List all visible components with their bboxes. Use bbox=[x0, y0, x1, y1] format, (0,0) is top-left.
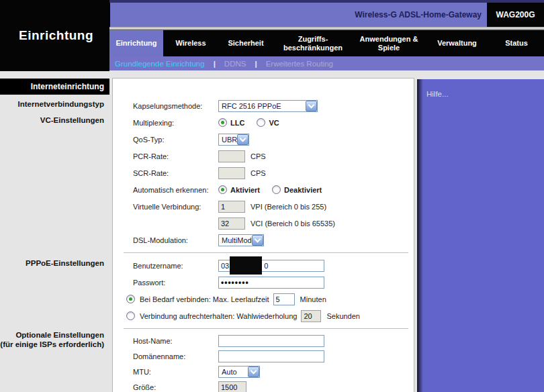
vpi-row: Virtuelle Verbindung: VPI (Bereich 0 bis… bbox=[133, 198, 410, 215]
dsl-modulation-row: DSL-Modulation: MultiMode bbox=[133, 232, 410, 248]
domain-label: Domänenname: bbox=[133, 352, 218, 360]
help-link: Hilfe... bbox=[426, 90, 449, 98]
help-panel-shadow bbox=[417, 79, 423, 392]
password-label: Passwort: bbox=[133, 279, 218, 287]
size-input[interactable] bbox=[218, 381, 246, 392]
pcr-row: PCR-Rate: CPS bbox=[133, 148, 410, 164]
hostname-row: Host-Name: bbox=[133, 333, 410, 348]
section-divider bbox=[124, 252, 408, 253]
username-value-end: 0 bbox=[264, 262, 268, 270]
tab-einrichtung[interactable]: Einrichtung bbox=[109, 30, 163, 56]
vpi-range-hint: VPI (Bereich 0 bis 255) bbox=[251, 203, 326, 211]
section-divider bbox=[124, 328, 408, 329]
chevron-down-icon bbox=[248, 366, 259, 377]
help-panel: Hilfe... bbox=[417, 79, 544, 392]
chevron-down-icon bbox=[252, 235, 263, 246]
mtu-select[interactable]: Auto bbox=[218, 366, 260, 378]
password-row: Passwort: bbox=[133, 274, 410, 291]
vci-input[interactable] bbox=[218, 217, 245, 230]
model-badge: WAG200G bbox=[487, 3, 544, 27]
keep-alive-row: Verbindung aufrechterhalten: Wahlwiederh… bbox=[126, 307, 410, 324]
subnav-separator: | bbox=[255, 60, 257, 68]
sidebar-label-pppoe-einstellungen: PPPoE-Einstellungen bbox=[0, 258, 109, 268]
subnav-separator: | bbox=[214, 60, 216, 68]
tab-zugriffsbeschraenkungen[interactable]: Zugriffs- beschränkungen bbox=[273, 30, 353, 56]
hostname-label: Host-Name: bbox=[133, 337, 218, 345]
sub-nav: Grundlegende Einrichtung | DDNS | Erweit… bbox=[109, 56, 544, 70]
keep-alive-radio[interactable] bbox=[126, 311, 135, 320]
virtual-circuit-label: Virtuelle Verbindung: bbox=[133, 203, 218, 211]
autodetect-row: Automatisch erkennen: Aktiviert Deaktivi… bbox=[133, 181, 410, 198]
mtu-row: MTU: Auto bbox=[133, 364, 410, 379]
redaction-overlay bbox=[230, 256, 262, 275]
autodetect-disabled-label: Deaktiviert bbox=[284, 186, 322, 194]
scr-label: SCR-Rate: bbox=[133, 169, 218, 177]
scr-input[interactable] bbox=[218, 167, 245, 179]
subnav-ddns[interactable]: DDNS bbox=[224, 60, 246, 68]
tab-sicherheit[interactable]: Sicherheit bbox=[218, 30, 273, 56]
multiplexing-llc-radio[interactable] bbox=[218, 118, 227, 127]
multiplexing-label: Multiplexing: bbox=[133, 119, 218, 127]
multiplexing-vc-label: VC bbox=[269, 119, 279, 127]
qos-row: QoS-Typ: UBR bbox=[133, 131, 410, 148]
pcr-input[interactable] bbox=[218, 150, 245, 162]
username-input[interactable]: 03 0 bbox=[218, 260, 324, 272]
encapsulation-row: Kapselungsmethode: RFC 2516 PPPoE bbox=[133, 97, 410, 114]
connect-on-demand-label: Bei Bedarf verbinden: Max. Leerlaufzeit bbox=[140, 295, 269, 303]
redial-period-input[interactable] bbox=[301, 310, 321, 322]
chevron-down-icon bbox=[237, 134, 248, 145]
domain-input[interactable] bbox=[218, 350, 324, 362]
mtu-label: MTU: bbox=[133, 368, 218, 376]
dsl-modulation-select[interactable]: MultiMode bbox=[218, 234, 264, 246]
multiplexing-vc-radio[interactable] bbox=[257, 118, 265, 127]
connect-on-demand-row: Bei Bedarf verbinden: Max. Leerlaufzeit … bbox=[126, 291, 410, 307]
sidebar-section-interneteinrichtung: Interneteinrichtung bbox=[0, 79, 109, 95]
tab-verwaltung[interactable]: Verwaltung bbox=[425, 30, 489, 56]
tab-status[interactable]: Status bbox=[489, 30, 544, 56]
vci-row: VCI (Bereich 0 bis 65535) bbox=[133, 215, 410, 232]
pcr-unit: CPS bbox=[251, 152, 266, 160]
encapsulation-label: Kapselungsmethode: bbox=[133, 102, 218, 110]
subnav-erweitertes-routing[interactable]: Erweitertes Routing bbox=[266, 60, 333, 68]
multiplexing-row: Multiplexing: LLC VC bbox=[133, 114, 410, 131]
sidebar-label-optionale-einstellungen: Optionale Einstellungen (für einige ISPs… bbox=[0, 330, 109, 349]
logo-area: Einrichtung bbox=[0, 0, 109, 71]
scr-row: SCR-Rate: CPS bbox=[133, 164, 410, 181]
pcr-label: PCR-Rate: bbox=[133, 152, 218, 160]
max-idle-input[interactable] bbox=[273, 293, 295, 305]
autodetect-label: Automatisch erkennen: bbox=[133, 186, 218, 194]
qos-label: QoS-Typ: bbox=[133, 136, 218, 144]
domain-row: Domänenname: bbox=[133, 348, 410, 364]
optional-label-line1: Optionale Einstellungen bbox=[0, 330, 104, 340]
product-title: Wireless-G ADSL-Home-Gateway bbox=[110, 3, 487, 27]
sidebar-label-vc-einstellungen: VC-Einstellungen bbox=[0, 115, 109, 125]
subnav-grundlegende-einrichtung[interactable]: Grundlegende Einrichtung bbox=[115, 60, 205, 68]
keep-alive-label: Verbindung aufrechterhalten: Wahlwiederh… bbox=[140, 312, 297, 320]
chevron-down-icon bbox=[306, 101, 317, 111]
tab-anwendungen-spiele[interactable]: Anwendungen & Spiele bbox=[353, 30, 425, 56]
dsl-modulation-label: DSL-Modulation: bbox=[133, 236, 218, 244]
multiplexing-llc-label: LLC bbox=[230, 119, 244, 127]
password-input[interactable] bbox=[218, 277, 324, 289]
qos-select[interactable]: UBR bbox=[218, 134, 249, 146]
autodetect-enabled-label: Aktiviert bbox=[230, 186, 260, 194]
username-row: Benutzername: 03 0 bbox=[133, 257, 410, 274]
redial-period-unit: Sekunden bbox=[326, 312, 360, 320]
settings-form-panel: Kapselungsmethode: RFC 2516 PPPoE Multip… bbox=[112, 78, 414, 392]
username-value-start: 03 bbox=[221, 262, 229, 270]
autodetect-enabled-radio[interactable] bbox=[218, 185, 227, 194]
optional-label-line2: (für einige ISPs erforderlich) bbox=[0, 340, 104, 349]
size-label: Größe: bbox=[133, 383, 218, 391]
autodetect-disabled-radio[interactable] bbox=[272, 185, 281, 194]
encapsulation-select[interactable]: RFC 2516 PPPoE bbox=[218, 100, 318, 112]
scr-unit: CPS bbox=[251, 169, 266, 177]
username-label: Benutzername: bbox=[133, 262, 218, 270]
size-row: Größe: bbox=[133, 379, 410, 392]
tab-wireless[interactable]: Wireless bbox=[163, 30, 218, 56]
connect-on-demand-radio[interactable] bbox=[126, 295, 135, 303]
main-nav: Einrichtung Wireless Sicherheit Zugriffs… bbox=[109, 30, 544, 56]
hostname-input[interactable] bbox=[218, 335, 324, 347]
max-idle-unit: Minuten bbox=[300, 295, 326, 303]
sidebar-label-internetverbindungstyp: Internetverbindungstyp bbox=[0, 99, 109, 109]
vpi-input[interactable] bbox=[218, 201, 245, 213]
